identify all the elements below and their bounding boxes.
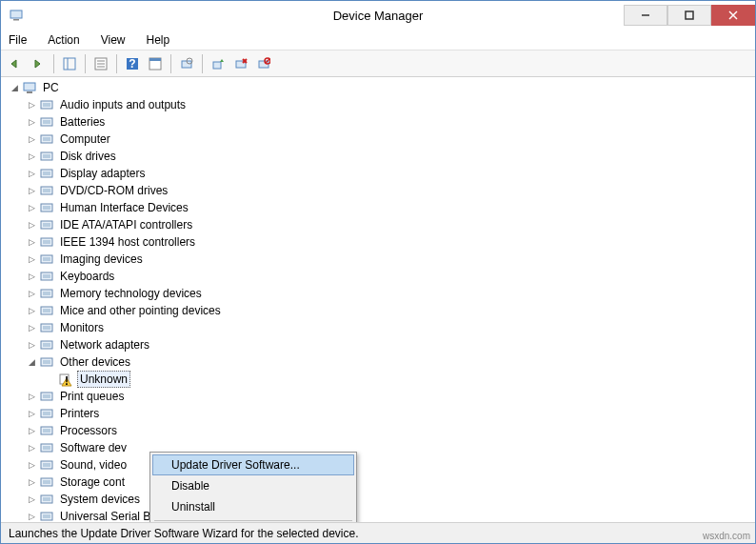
- toolbar-sep: [53, 54, 54, 73]
- svg-rect-34: [43, 154, 50, 158]
- expand-arrow-icon[interactable]: ▷: [26, 322, 37, 333]
- expand-arrow-icon[interactable]: ▷: [26, 476, 37, 488]
- expand-arrow-icon[interactable]: ▷: [26, 202, 37, 213]
- expand-arrow-icon[interactable]: ▷: [26, 288, 37, 299]
- tree-category-label: Processors: [58, 423, 119, 438]
- device-category-icon: [39, 183, 54, 198]
- update-driver-button[interactable]: [208, 53, 229, 74]
- tree-category-label: System devices: [58, 492, 142, 507]
- tree-root[interactable]: ◢PC: [5, 79, 755, 96]
- tree-category[interactable]: ▷Storage cont: [5, 473, 755, 491]
- expand-arrow-icon[interactable]: ▷: [26, 408, 37, 419]
- tree-category-label: Sound, video: [58, 457, 129, 473]
- expand-arrow-icon[interactable]: ▷: [26, 151, 37, 162]
- expand-arrow-icon[interactable]: ▷: [26, 391, 37, 402]
- expand-arrow-icon[interactable]: ▷: [26, 168, 37, 179]
- device-tree[interactable]: ◢PC▷Audio inputs and outputs▷Batteries▷C…: [1, 77, 755, 522]
- tree-category[interactable]: ▷Processors: [5, 422, 755, 439]
- tree-category[interactable]: ▷Human Interface Devices: [5, 199, 755, 216]
- expand-arrow-icon[interactable]: ▷: [26, 133, 37, 145]
- device-category-icon: [39, 440, 54, 455]
- tree-category[interactable]: ▷DVD/CD-ROM drives: [5, 182, 755, 199]
- expand-arrow-icon[interactable]: ▷: [26, 116, 37, 128]
- tree-category[interactable]: ▷Memory technology devices: [5, 285, 755, 302]
- tree-category[interactable]: ▷Batteries: [5, 113, 755, 131]
- tree-category[interactable]: ▷Mice and other pointing devices: [5, 302, 755, 319]
- expand-arrow-icon[interactable]: ◢: [9, 82, 20, 93]
- context-menu-item[interactable]: Uninstall: [152, 496, 354, 517]
- tree-category-label: Other devices: [58, 354, 132, 370]
- context-menu-item[interactable]: Update Driver Software...: [152, 454, 354, 475]
- expand-arrow-icon[interactable]: ▷: [26, 339, 37, 351]
- show-hide-tree-button[interactable]: [59, 53, 80, 74]
- expand-arrow-icon[interactable]: ▷: [26, 219, 37, 231]
- tree-category-label: Keyboards: [58, 269, 116, 284]
- menu-help[interactable]: Help: [143, 31, 174, 49]
- svg-rect-1: [13, 19, 19, 21]
- svg-rect-32: [43, 137, 50, 141]
- expand-arrow-icon[interactable]: ▷: [26, 185, 37, 196]
- expand-arrow-icon[interactable]: ▷: [26, 236, 37, 248]
- tree-category[interactable]: ▷Monitors: [5, 319, 755, 336]
- expand-arrow-icon[interactable]: ◢: [26, 356, 37, 368]
- device-category-icon: [39, 114, 54, 130]
- tree-category[interactable]: ▷Sound, video: [5, 456, 755, 473]
- expand-arrow-icon[interactable]: ▷: [26, 425, 37, 436]
- device-category-icon: [39, 474, 54, 490]
- menu-action[interactable]: Action: [44, 31, 83, 49]
- svg-rect-25: [24, 83, 35, 91]
- device-category-icon: [39, 166, 54, 181]
- tree-category[interactable]: ▷Display adapters: [5, 165, 755, 182]
- device-category-icon: [39, 337, 54, 353]
- device-category-icon: [39, 269, 54, 284]
- device-category-icon: [39, 149, 54, 164]
- action-button[interactable]: [145, 53, 166, 74]
- properties-button[interactable]: [90, 53, 111, 74]
- tree-category[interactable]: ▷Universal Serial Bus controllers: [5, 508, 755, 522]
- tree-category[interactable]: ▷Disk drives: [5, 148, 755, 165]
- menu-file[interactable]: File: [5, 31, 30, 49]
- tree-category[interactable]: ▷Network adapters: [5, 336, 755, 353]
- tree-category[interactable]: ▷Keyboards: [5, 268, 755, 285]
- expand-arrow-icon[interactable]: ▷: [26, 99, 37, 111]
- tree-category[interactable]: ▷Computer: [5, 131, 755, 148]
- tree-category-label: Audio inputs and outputs: [58, 97, 188, 112]
- device-manager-window: Device Manager File Action View Help ? ◢…: [0, 0, 756, 544]
- expand-arrow-icon[interactable]: ▷: [26, 494, 37, 505]
- expand-arrow-icon[interactable]: ▷: [26, 271, 37, 282]
- tree-category-label: Display adapters: [58, 166, 147, 181]
- back-button[interactable]: [5, 53, 26, 74]
- tree-category[interactable]: ▷Print queues: [5, 388, 755, 405]
- maximize-button[interactable]: [667, 5, 711, 26]
- expand-arrow-icon[interactable]: ▷: [26, 511, 37, 522]
- tree-category[interactable]: ▷Imaging devices: [5, 251, 755, 268]
- tree-category[interactable]: ▷Printers: [5, 405, 755, 422]
- svg-rect-6: [64, 58, 75, 70]
- minimize-button[interactable]: [624, 5, 667, 26]
- tree-category[interactable]: ▷Software dev: [5, 439, 755, 456]
- help-button[interactable]: ?: [122, 53, 143, 74]
- tree-category-label: Human Interface Devices: [58, 200, 190, 215]
- context-menu-item[interactable]: Disable: [152, 475, 354, 496]
- expand-arrow-icon[interactable]: ▷: [26, 253, 37, 265]
- tree-category[interactable]: ◢Other devices: [5, 353, 755, 371]
- uninstall-button[interactable]: [230, 53, 251, 74]
- menu-view[interactable]: View: [97, 31, 129, 49]
- tree-category[interactable]: ▷IDE ATA/ATAPI controllers: [5, 216, 755, 233]
- tree-category[interactable]: ▷System devices: [5, 491, 755, 508]
- close-button[interactable]: [711, 5, 755, 26]
- disable-button[interactable]: [253, 53, 274, 74]
- svg-rect-40: [43, 206, 50, 210]
- window-controls: [624, 6, 755, 26]
- expand-arrow-icon[interactable]: ▷: [26, 459, 37, 471]
- svg-text:!: !: [65, 374, 69, 387]
- scan-hardware-button[interactable]: [176, 53, 197, 74]
- toolbar: ?: [1, 50, 755, 77]
- tree-category[interactable]: ▷Audio inputs and outputs: [5, 96, 755, 113]
- tree-category[interactable]: ▷IEEE 1394 host controllers: [5, 233, 755, 251]
- expand-arrow-icon[interactable]: ▷: [26, 442, 37, 453]
- menu-separator: [154, 520, 352, 521]
- tree-device[interactable]: !Unknown: [5, 371, 755, 388]
- expand-arrow-icon[interactable]: ▷: [26, 305, 37, 316]
- forward-button[interactable]: [28, 53, 49, 74]
